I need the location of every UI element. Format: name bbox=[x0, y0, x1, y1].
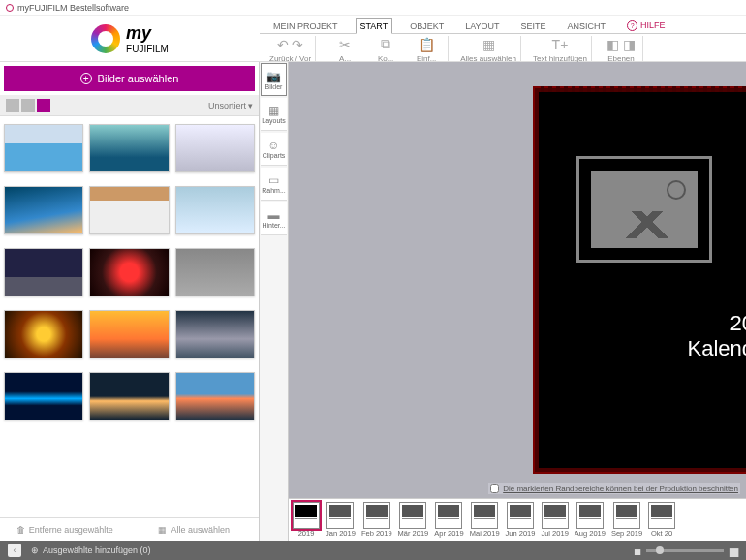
image-thumb[interactable] bbox=[89, 124, 169, 172]
zoom-control: ▅ ▅ bbox=[635, 544, 738, 557]
zoom-small-icon[interactable]: ▅ bbox=[635, 546, 640, 555]
select-all-button[interactable]: ▦Alles auswählen bbox=[460, 37, 516, 63]
page-thumb[interactable]: 2019 bbox=[293, 502, 320, 538]
text-icon: T+ bbox=[552, 37, 569, 52]
page-label: Jun 2019 bbox=[506, 529, 536, 538]
image-thumb[interactable] bbox=[89, 248, 169, 296]
logo-ring-icon bbox=[91, 24, 120, 53]
copy-button[interactable]: ⧉Ko... bbox=[368, 36, 403, 63]
side-tool-frames[interactable]: ▭Rahm... bbox=[261, 168, 287, 201]
tab-seite[interactable]: SEITE bbox=[517, 19, 550, 33]
filmstrip: 2019Jan 2019Feb 2019Mär 2019Apr 2019Mai … bbox=[289, 498, 746, 541]
image-thumb[interactable] bbox=[4, 248, 83, 296]
select-all-thumbs-button[interactable]: ▦ Alle auswählen bbox=[130, 525, 260, 535]
side-tool-layouts[interactable]: ▦Layouts bbox=[261, 98, 287, 131]
sidebar: + Bilder auswählen Unsortiert ▾ bbox=[0, 62, 260, 541]
paste-icon: 📋 bbox=[419, 37, 435, 52]
tab-objekt[interactable]: OBJEKT bbox=[406, 19, 448, 33]
cut-button[interactable]: ✂A... bbox=[327, 37, 362, 63]
plus-icon: + bbox=[80, 73, 92, 84]
background-icon: ▬ bbox=[268, 208, 280, 222]
select-all-icon: ▦ bbox=[482, 37, 495, 52]
app-icon bbox=[6, 4, 14, 12]
image-thumb[interactable] bbox=[89, 310, 169, 358]
remove-selected-button[interactable]: 🗑 Entferne ausgewählte bbox=[0, 525, 130, 535]
select-images-button[interactable]: + Bilder auswählen bbox=[4, 66, 255, 91]
tab-start[interactable]: START bbox=[356, 18, 393, 34]
collapse-button[interactable]: ‹ bbox=[8, 544, 21, 557]
window-title: myFUJIFILM Bestellsoftware bbox=[17, 3, 129, 13]
page-label: 2019 bbox=[298, 529, 315, 538]
image-grid bbox=[0, 116, 259, 517]
undo-icon: ↶ ↷ bbox=[277, 37, 304, 52]
brand-name: FUJIFILM bbox=[126, 44, 169, 54]
page-thumb[interactable]: Jul 2019 bbox=[541, 502, 568, 538]
layers-button[interactable]: ◧ ◨Ebenen bbox=[604, 37, 638, 63]
undo-redo-button[interactable]: ↶ ↷ Zurück / Vor bbox=[269, 37, 311, 63]
image-thumb[interactable] bbox=[175, 372, 255, 420]
page-label: Aug 2019 bbox=[575, 529, 606, 538]
side-tool-cliparts[interactable]: ☺Cliparts bbox=[261, 133, 287, 166]
page-label: Feb 2019 bbox=[361, 529, 392, 538]
page-label: Jul 2019 bbox=[541, 529, 568, 538]
image-thumb[interactable] bbox=[4, 372, 83, 420]
side-tool-backgrounds[interactable]: ▬Hinter... bbox=[261, 202, 287, 235]
view-bar: Unsortiert ▾ bbox=[0, 95, 259, 116]
main-tabs: MEIN PROJEKT START OBJEKT LAYOUT SEITE A… bbox=[260, 16, 746, 33]
placeholder-icon bbox=[591, 171, 698, 248]
image-thumb[interactable] bbox=[175, 186, 255, 234]
crop-note-checkbox[interactable] bbox=[490, 484, 499, 493]
add-selected-button[interactable]: ⊕ Ausgewählte hinzufügen (0) bbox=[31, 545, 151, 555]
image-thumb[interactable] bbox=[4, 310, 83, 358]
page-thumb[interactable]: Jun 2019 bbox=[506, 502, 536, 538]
image-thumb[interactable] bbox=[175, 310, 255, 358]
page-thumb[interactable]: Jan 2019 bbox=[326, 502, 356, 538]
tabs-toolbar: MEIN PROJEKT START OBJEKT LAYOUT SEITE A… bbox=[260, 16, 746, 61]
view-large-icon[interactable] bbox=[6, 99, 19, 112]
page-label: Okt 20 bbox=[651, 529, 672, 538]
add-icon: ⊕ bbox=[31, 545, 39, 555]
page-thumb[interactable]: Apr 2019 bbox=[434, 502, 463, 538]
image-thumb[interactable] bbox=[4, 186, 83, 234]
sort-dropdown[interactable]: Unsortiert ▾ bbox=[208, 101, 253, 110]
tab-hilfe[interactable]: HILFE bbox=[623, 18, 669, 33]
smiley-icon: ☺ bbox=[267, 139, 279, 152]
view-medium-icon[interactable] bbox=[21, 99, 35, 112]
image-thumb[interactable] bbox=[89, 372, 169, 420]
page-thumb[interactable]: Aug 2019 bbox=[575, 502, 606, 538]
page-thumb[interactable]: Okt 20 bbox=[648, 502, 675, 538]
image-thumb[interactable] bbox=[175, 248, 255, 296]
image-thumb[interactable] bbox=[4, 124, 83, 172]
view-small-icon[interactable] bbox=[37, 99, 50, 112]
grid-icon: ▦ bbox=[158, 525, 167, 535]
image-thumb[interactable] bbox=[175, 124, 255, 172]
tab-layout[interactable]: LAYOUT bbox=[461, 19, 503, 33]
tab-ansicht[interactable]: ANSICHT bbox=[564, 19, 610, 33]
image-thumb[interactable] bbox=[89, 186, 169, 234]
zoom-large-icon[interactable]: ▅ bbox=[730, 544, 738, 557]
tab-mein-projekt[interactable]: MEIN PROJEKT bbox=[269, 19, 342, 33]
main: + Bilder auswählen Unsortiert ▾ bbox=[0, 62, 746, 541]
chevron-down-icon: ▾ bbox=[248, 101, 253, 110]
canvas-view[interactable]: 20 Kalend Die markierten Randbereiche kö… bbox=[289, 62, 746, 498]
page-thumb[interactable]: Feb 2019 bbox=[361, 502, 392, 538]
window-titlebar: myFUJIFILM Bestellsoftware bbox=[0, 0, 746, 16]
side-tool-rail: 📷Bilder ▦Layouts ☺Cliparts ▭Rahm... ▬Hin… bbox=[260, 62, 289, 541]
page-label: Apr 2019 bbox=[434, 529, 463, 538]
page-thumb[interactable]: Mai 2019 bbox=[470, 502, 500, 538]
calendar-page[interactable]: 20 Kalend bbox=[533, 86, 746, 474]
cut-icon: ✂ bbox=[339, 37, 351, 52]
toolbar: ↶ ↷ Zurück / Vor ✂A... ⧉Ko... 📋Einf... ▦… bbox=[260, 33, 746, 65]
crop-note[interactable]: Die markierten Randbereiche können bei d… bbox=[488, 483, 740, 494]
footer: ‹ ⊕ Ausgewählte hinzufügen (0) ▅ ▅ bbox=[0, 541, 746, 560]
brand-script: my bbox=[126, 23, 169, 44]
zoom-slider[interactable] bbox=[646, 549, 724, 552]
image-placeholder[interactable] bbox=[576, 156, 712, 263]
page-thumb[interactable]: Sep 2019 bbox=[611, 502, 642, 538]
paste-button[interactable]: 📋Einf... bbox=[409, 37, 444, 63]
page-label: Mär 2019 bbox=[398, 529, 429, 538]
side-tool-images[interactable]: 📷Bilder bbox=[261, 63, 287, 96]
page-thumb[interactable]: Mär 2019 bbox=[398, 502, 429, 538]
add-text-button[interactable]: T+Text hinzufügen bbox=[533, 37, 587, 63]
page-label: Jan 2019 bbox=[326, 529, 356, 538]
